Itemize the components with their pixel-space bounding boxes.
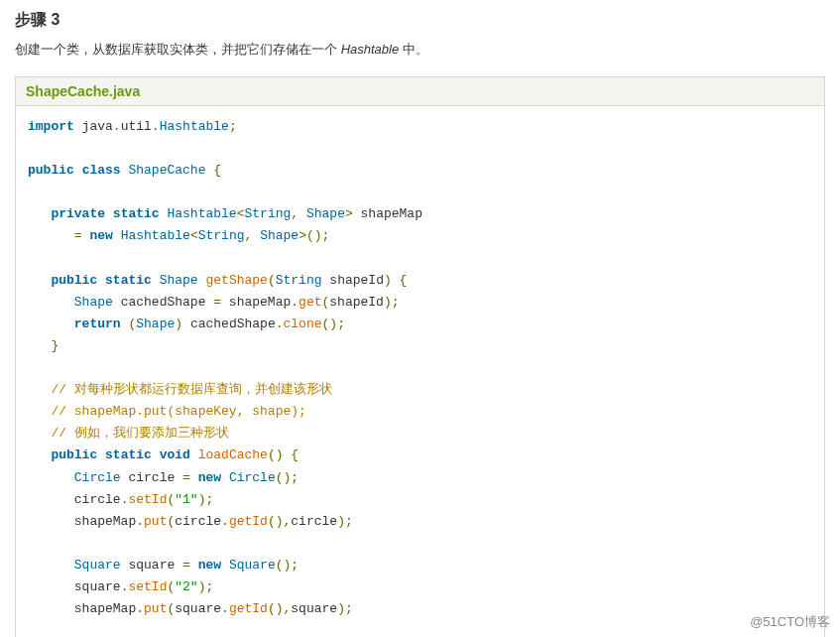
code-token: String (198, 228, 245, 243)
code-token: square (121, 558, 182, 573)
code-token: ); (198, 579, 214, 594)
code-token: Shape (306, 206, 345, 221)
file-header: ShapeCache.java (15, 76, 825, 105)
code-token: . (221, 601, 229, 616)
code-token: . (136, 514, 144, 529)
code-token: (), (268, 514, 291, 529)
step-description: 创建一个类，从数据库获取实体类，并把它们存储在一个 Hashtable 中。 (15, 41, 825, 59)
code-token: String (244, 206, 291, 221)
desc-em: Hashtable (341, 42, 400, 57)
code-token: circle (121, 470, 182, 485)
code-token: square (74, 579, 121, 594)
code-token: shapeId (329, 295, 384, 310)
code-token: ); (337, 601, 353, 616)
code-token: private (51, 206, 105, 221)
code-token: new (198, 558, 221, 573)
code-token: public (28, 163, 74, 178)
code-token: ); (337, 514, 353, 529)
code-token: class (82, 163, 121, 178)
code-token: Shape (74, 295, 113, 310)
code-token: , (291, 206, 299, 221)
code-token: (); (276, 558, 299, 573)
code-token: shapeMap (74, 514, 136, 529)
code-token: { (400, 273, 408, 288)
code-token: . (291, 295, 299, 310)
code-token: setId (128, 492, 167, 507)
code-token: new (89, 228, 112, 243)
code-token: static (105, 273, 152, 288)
code-token: String (276, 273, 322, 288)
code-token: . (113, 119, 121, 134)
code-token: { (291, 447, 299, 462)
code-token: ; (229, 119, 237, 134)
code-token: java (74, 119, 113, 134)
code-token: Square (229, 558, 276, 573)
code-token: circle (175, 514, 221, 529)
code-token: ) (384, 273, 392, 288)
code-token: void (160, 447, 190, 462)
code-token: ( (268, 273, 276, 288)
desc-pre: 创建一个类，从数据库获取实体类，并把它们存储在一个 (15, 42, 341, 57)
code-token: getShape (205, 273, 267, 288)
code-token: put (144, 601, 167, 616)
code-token: public (51, 447, 97, 462)
code-token: Shape (160, 273, 198, 288)
code-token: new (198, 470, 221, 485)
code-token: square (175, 601, 221, 616)
code-token: Shape (136, 317, 175, 331)
code-token: . (152, 119, 160, 134)
code-token: "1" (175, 492, 197, 507)
code-token: public (51, 273, 97, 288)
code-token: Hashtable (121, 228, 190, 243)
code-token: get (299, 295, 321, 310)
code-token: "2" (175, 579, 197, 594)
code-token: >(); (299, 228, 329, 243)
code-token: shapeMap (353, 206, 430, 221)
code-token: shapeMap (74, 601, 136, 616)
step-heading: 步骤 3 (15, 10, 825, 31)
code-token: Hashtable (167, 206, 236, 221)
code-token: Circle (74, 470, 121, 485)
code-token: getId (229, 514, 268, 529)
code-token: put (144, 514, 167, 529)
code-token: util (121, 119, 152, 134)
code-token: . (136, 601, 144, 616)
code-token: (); (322, 317, 345, 331)
code-token: square (291, 601, 337, 616)
code-comment: // 对每种形状都运行数据库查询，并创建该形状 (51, 382, 331, 397)
code-token: ); (384, 295, 400, 310)
code-token: { (213, 163, 221, 178)
code-token: import (28, 119, 74, 134)
code-token: < (190, 228, 198, 243)
code-token: Hashtable (160, 119, 229, 134)
desc-post: 中。 (399, 42, 428, 57)
code-comment: // 例如，我们要添加三种形状 (51, 426, 228, 441)
code-token: clone (284, 317, 322, 331)
code-token: (); (276, 470, 299, 485)
code-token: = (213, 295, 221, 310)
code-token: cachedShape (113, 295, 213, 310)
code-token: = (74, 228, 82, 243)
code-token: . (276, 317, 284, 331)
code-token: () (268, 447, 284, 462)
code-token: = (182, 470, 190, 485)
code-token: ShapeCache (128, 163, 205, 178)
code-token: , (245, 228, 253, 243)
code-token: return (74, 317, 121, 331)
code-token: shapeMap (221, 295, 291, 310)
code-token: ) (175, 317, 182, 331)
watermark: @51CTO博客 (750, 613, 830, 631)
code-token: static (105, 447, 152, 462)
code-token: getId (229, 601, 268, 616)
code-token: > (345, 206, 353, 221)
code-token: } (51, 338, 59, 353)
code-comment: // shapeMap.put(shapeKey, shape); (51, 404, 305, 419)
code-token: (), (268, 601, 291, 616)
code-token: loadCache (198, 447, 268, 462)
code-token: circle (74, 492, 121, 507)
code-token: Square (74, 558, 121, 573)
code-token: circle (291, 514, 337, 529)
code-token: shapeId (322, 273, 384, 288)
code-token: Shape (260, 228, 299, 243)
code-token: = (182, 558, 190, 573)
